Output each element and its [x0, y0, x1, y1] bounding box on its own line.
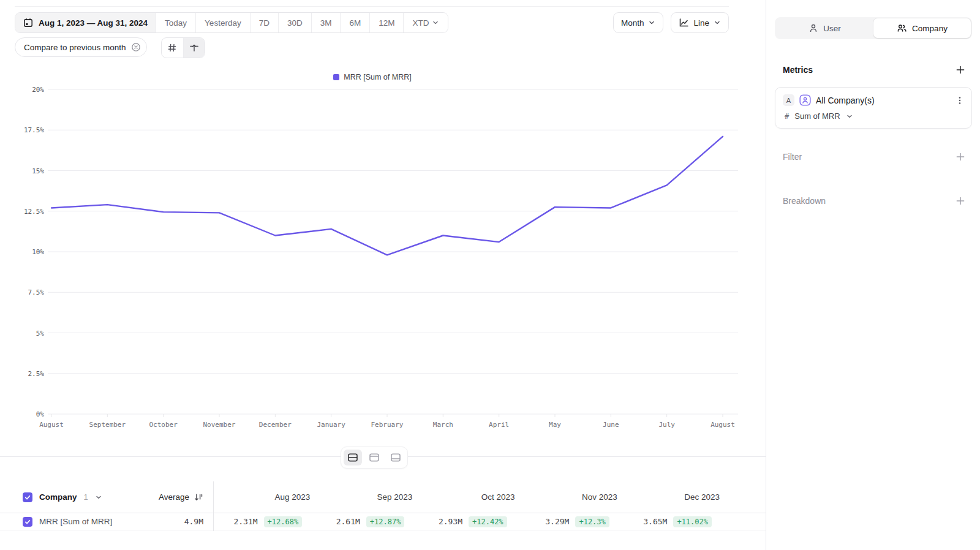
average-label: Average — [159, 492, 189, 502]
metric-menu-button[interactable] — [956, 96, 964, 105]
user-icon — [809, 23, 818, 33]
normalize-toggle-button[interactable] — [183, 38, 205, 58]
check-icon — [24, 518, 31, 526]
chart-controls: Month Line — [613, 12, 729, 33]
add-breakdown-icon[interactable] — [956, 196, 965, 206]
x-tick-label: September — [89, 421, 126, 429]
table-cell: 2.31M+12.68% — [213, 513, 315, 530]
split-view-button[interactable] — [344, 450, 362, 465]
metrics-title: Metrics — [783, 65, 813, 75]
x-tick-label: April — [489, 421, 509, 429]
month-column-header[interactable]: Nov 2023 — [521, 481, 623, 513]
y-tick-label: 5% — [36, 330, 45, 337]
legend-label: MRR [Sum of MRR] — [344, 73, 411, 81]
x-tick-label: July — [658, 421, 675, 429]
table-only-view-button[interactable] — [386, 450, 405, 465]
tab-user[interactable]: User — [776, 18, 873, 38]
legend-swatch — [333, 74, 339, 80]
chart-only-view-button[interactable] — [365, 450, 383, 465]
row-checkbox[interactable] — [23, 517, 32, 527]
x-tick-label: January — [317, 421, 345, 429]
table-cell: 3.29M+12.3% — [521, 513, 623, 530]
compare-chip[interactable]: Compare to previous month — [15, 37, 147, 57]
tab-company-label: Company — [912, 24, 948, 33]
range-preset-12m[interactable]: 12M — [369, 13, 403, 32]
chevron-down-icon[interactable] — [846, 113, 853, 120]
x-tick-label: May — [549, 421, 561, 429]
top-panel-icon — [369, 453, 380, 462]
month-cells: 2.31M+12.68%2.61M+12.87%2.93M+12.42%3.29… — [213, 513, 725, 530]
metrics-header: Metrics — [783, 64, 965, 76]
split-view-icon — [347, 453, 358, 462]
line-chart[interactable]: 0%2.5%5%7.5%10%12.5%15%17.5%20%AugustSep… — [0, 86, 766, 432]
x-tick-label: March — [433, 421, 453, 429]
xtd-label: XTD — [412, 18, 429, 28]
mrr-line-series[interactable] — [51, 137, 723, 255]
chart-legend[interactable]: MRR [Sum of MRR] — [0, 73, 745, 81]
y-tick-label: 20% — [32, 86, 44, 94]
analytics-main: Aug 1, 2023 — Aug 31, 2024 TodayYesterda… — [0, 0, 766, 550]
chart-type-label: Line — [693, 18, 709, 28]
grid-icon — [167, 43, 177, 53]
select-all-checkbox[interactable] — [23, 492, 32, 502]
date-toolbar: Aug 1, 2023 — Aug 31, 2024 TodayYesterda… — [15, 12, 448, 33]
x-tick-label: February — [371, 421, 404, 429]
table-cell: 2.61M+12.87% — [315, 513, 418, 530]
y-tick-label: 12.5% — [24, 208, 44, 216]
cell-value: 2.61M — [336, 517, 360, 526]
aggregation-dropdown[interactable]: Sum of MRR — [794, 111, 840, 121]
chevron-down-icon — [432, 19, 439, 26]
x-tick-label: December — [259, 421, 292, 429]
users-icon — [897, 23, 907, 33]
delta-badge: +12.3% — [575, 516, 609, 527]
cell-value: 2.93M — [439, 517, 462, 526]
sort-icon — [194, 492, 203, 502]
month-column-header[interactable]: Aug 2023 — [213, 481, 315, 513]
range-preset-today[interactable]: Today — [156, 13, 195, 32]
granularity-dropdown[interactable]: Month — [613, 12, 664, 33]
range-preset-3m[interactable]: 3M — [311, 13, 341, 32]
add-metric-icon[interactable] — [956, 65, 965, 75]
chart-display-options — [161, 37, 205, 58]
average-column-header[interactable]: Average — [98, 481, 203, 513]
x-tick-label: November — [203, 421, 236, 429]
month-column-header[interactable]: Dec 2023 — [623, 481, 725, 513]
remove-compare-icon[interactable] — [131, 42, 141, 52]
add-filter-icon[interactable] — [956, 152, 965, 162]
filter-section: Filter — [783, 151, 965, 163]
x-tick-label: June — [603, 421, 619, 429]
calendar-icon — [23, 18, 33, 28]
range-preset-xtd[interactable]: XTD — [403, 13, 448, 32]
bottom-panel-icon — [390, 453, 401, 462]
group-count: 1 — [84, 492, 88, 502]
table-row[interactable]: MRR [Sum of MRR] 4.9M 2.31M+12.68%2.61M+… — [0, 513, 766, 530]
filter-label: Filter — [783, 152, 802, 162]
range-preset-6m[interactable]: 6M — [340, 13, 369, 32]
metric-card[interactable]: A All Company(s) # Sum of MRR — [775, 87, 972, 129]
date-range-label: Aug 1, 2023 — Aug 31, 2024 — [39, 18, 148, 28]
top-divider — [15, 6, 729, 7]
y-tick-label: 10% — [32, 248, 44, 256]
chevron-down-icon — [648, 19, 655, 26]
row-average-value: 4.9M — [98, 513, 203, 530]
config-sidebar: User Company Metrics A All Company(s) # … — [766, 0, 980, 550]
x-tick-label: August — [710, 421, 735, 429]
month-column-header[interactable]: Oct 2023 — [418, 481, 520, 513]
range-preset-7d[interactable]: 7D — [250, 13, 278, 32]
cell-value: 3.29M — [545, 517, 569, 526]
grid-toggle-button[interactable] — [162, 38, 183, 58]
cell-value: 3.65M — [643, 517, 667, 526]
date-range-button[interactable]: Aug 1, 2023 — Aug 31, 2024 — [15, 13, 156, 32]
month-column-header[interactable]: Sep 2023 — [315, 481, 418, 513]
range-preset-30d[interactable]: 30D — [278, 13, 311, 32]
check-icon — [24, 494, 31, 501]
group-by-label[interactable]: Company — [39, 492, 77, 502]
metric-name: All Company(s) — [816, 96, 875, 105]
y-tick-label: 7.5% — [28, 288, 45, 296]
tab-user-label: User — [823, 24, 841, 33]
range-preset-yesterday[interactable]: Yesterday — [195, 13, 250, 32]
line-chart-icon — [679, 18, 689, 28]
tab-company[interactable]: Company — [873, 18, 971, 38]
x-tick-label: August — [39, 421, 64, 429]
chart-type-dropdown[interactable]: Line — [671, 12, 729, 33]
